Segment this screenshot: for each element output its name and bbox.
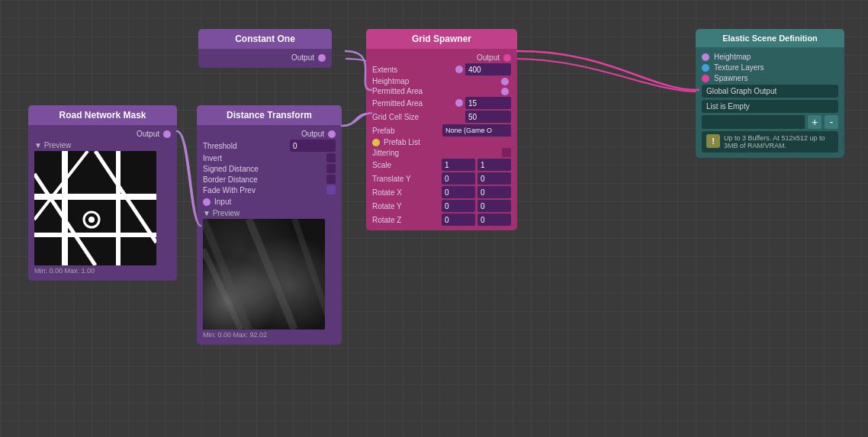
esd-remove-button[interactable]: - [825, 115, 838, 129]
global-graph-output-label: Global Graph Output [706, 87, 776, 95]
signed-distance-label: Signed Distance [203, 165, 326, 173]
rotate-y-row: Rotate Y [372, 200, 511, 212]
esd-body: Heightmap Texture Layers Spawners Global… [696, 47, 844, 158]
list-empty-label: List is Empty [706, 102, 750, 111]
rotate-x-pair [442, 186, 511, 198]
distance-transform-title: Distance Transform [227, 110, 312, 120]
esd-toolbar: + - [702, 115, 838, 129]
dt-preview-image [203, 219, 325, 329]
rotate-y-label: Rotate Y [372, 202, 442, 210]
esd-texture-layers-row: Texture Layers [702, 63, 838, 72]
esd-add-button[interactable]: + [808, 115, 821, 129]
dt-input-port[interactable] [203, 198, 211, 206]
scale-input-1[interactable] [442, 159, 475, 171]
road-preview-image [34, 151, 156, 265]
prefab-input[interactable] [442, 124, 511, 137]
warning-text: Up to 3 Buffers. At 512x512 up to 3MB of… [724, 134, 834, 149]
esd-toolbar-input[interactable] [702, 115, 805, 129]
scale-input-2[interactable] [477, 159, 511, 171]
esd-spawners-row: Spawners [702, 74, 838, 82]
invert-row: Invert [203, 153, 336, 162]
rotate-x-input-1[interactable] [442, 186, 475, 198]
global-graph-output: Global Graph Output [702, 85, 838, 98]
esd-title: Elastic Scene Definition [722, 34, 818, 43]
preview-label: ▼ Preview [34, 141, 171, 149]
constant-one-title: Constant One [235, 34, 295, 44]
rotate-x-row: Rotate X [372, 186, 511, 198]
grid-cell-size-label: Grid Cell Size [372, 113, 465, 121]
preview-section: ▼ Preview Min: 0.00 Max: 1.00 [34, 141, 171, 275]
permitted-area2-row: Permitted Area [372, 97, 511, 109]
extents-port[interactable] [455, 66, 463, 73]
warning-icon: ! [706, 134, 720, 148]
prefab-list-port[interactable] [372, 139, 380, 146]
dt-input-row: Input [203, 198, 336, 206]
gs-output-row: Output [372, 53, 511, 62]
esd-heightmap-row: Heightmap [702, 53, 838, 61]
grid-cell-size-row: Grid Cell Size [372, 111, 511, 123]
translate-y-input-2[interactable] [477, 172, 511, 185]
heightmap-label: Heightmap [372, 77, 501, 85]
road-network-mask-body: Output ▼ Preview [28, 125, 177, 281]
rotate-z-input-1[interactable] [442, 214, 475, 226]
extents-row: Extents [372, 63, 511, 76]
rotate-z-pair [442, 214, 511, 226]
border-distance-checkbox[interactable] [326, 175, 336, 184]
heightmap-row: Heightmap [372, 77, 511, 85]
dt-output-port[interactable] [328, 130, 336, 138]
esd-spawners-port[interactable] [702, 75, 709, 82]
scale-pair [442, 159, 511, 171]
jittering-checkbox[interactable] [502, 148, 511, 157]
extents-input[interactable] [465, 63, 511, 76]
rotate-z-input-2[interactable] [477, 214, 511, 226]
permitted-area2-input[interactable] [465, 97, 511, 109]
translate-y-label: Translate Y [372, 175, 442, 183]
rotate-z-label: Rotate Z [372, 216, 442, 224]
elastic-scene-definition-node: Elastic Scene Definition Heightmap Textu… [696, 29, 844, 158]
rotate-y-pair [442, 200, 511, 212]
prefab-list-row: Prefab List [372, 138, 511, 146]
prefab-row: Prefab [372, 124, 511, 137]
constant-output-port[interactable] [318, 54, 326, 62]
distance-transform-header: Distance Transform [197, 105, 342, 125]
grid-spawner-node: Grid Spawner Output Extents Heightmap Pe… [366, 29, 517, 230]
signed-distance-row: Signed Distance [203, 164, 336, 173]
invert-checkbox[interactable] [326, 153, 336, 162]
rotate-y-input-1[interactable] [442, 200, 475, 212]
esd-spawners-label: Spawners [714, 74, 747, 82]
esd-heightmap-port[interactable] [702, 53, 709, 61]
grid-spawner-header: Grid Spawner [366, 29, 517, 49]
gs-output-port[interactable] [503, 54, 511, 62]
esd-texture-layers-label: Texture Layers [714, 63, 764, 72]
svg-point-9 [88, 217, 95, 223]
grid-spawner-title: Grid Spawner [412, 34, 471, 44]
scale-label: Scale [372, 161, 442, 169]
output-port[interactable] [163, 130, 171, 138]
rotate-x-input-2[interactable] [477, 186, 511, 198]
rotate-x-label: Rotate X [372, 188, 442, 197]
permitted-area2-port[interactable] [455, 99, 463, 107]
distance-transform-body: Output Threshold Invert Signed Distance … [197, 125, 342, 345]
dt-preview-label: ▼ Preview [203, 209, 336, 217]
constant-output-label: Output [291, 53, 314, 62]
esd-heightmap-label: Heightmap [714, 53, 751, 61]
constant-one-node: Constant One Output [198, 29, 332, 68]
esd-header: Elastic Scene Definition [696, 29, 844, 47]
heightmap-port[interactable] [501, 78, 509, 85]
fade-with-prev-label: Fade With Prev [203, 186, 326, 194]
esd-texture-layers-port[interactable] [702, 64, 709, 72]
dt-input-label: Input [214, 198, 231, 206]
grid-spawner-body: Output Extents Heightmap Permitted Area … [366, 49, 517, 230]
constant-output-row: Output [204, 53, 326, 62]
fade-with-prev-checkbox[interactable] [326, 185, 336, 194]
dt-minmax: Min: 0.00 Max: 92.02 [203, 331, 336, 339]
jittering-row: Jittering [372, 148, 511, 157]
permitted-area1-port[interactable] [501, 88, 509, 95]
translate-y-input-1[interactable] [442, 172, 475, 185]
dt-preview-section: ▼ Preview [203, 209, 336, 339]
signed-distance-checkbox[interactable] [326, 164, 336, 173]
rotate-y-input-2[interactable] [477, 200, 511, 212]
road-network-mask-title: Road Network Mask [59, 110, 146, 120]
threshold-input[interactable] [290, 140, 336, 152]
grid-cell-size-input[interactable] [465, 111, 511, 123]
